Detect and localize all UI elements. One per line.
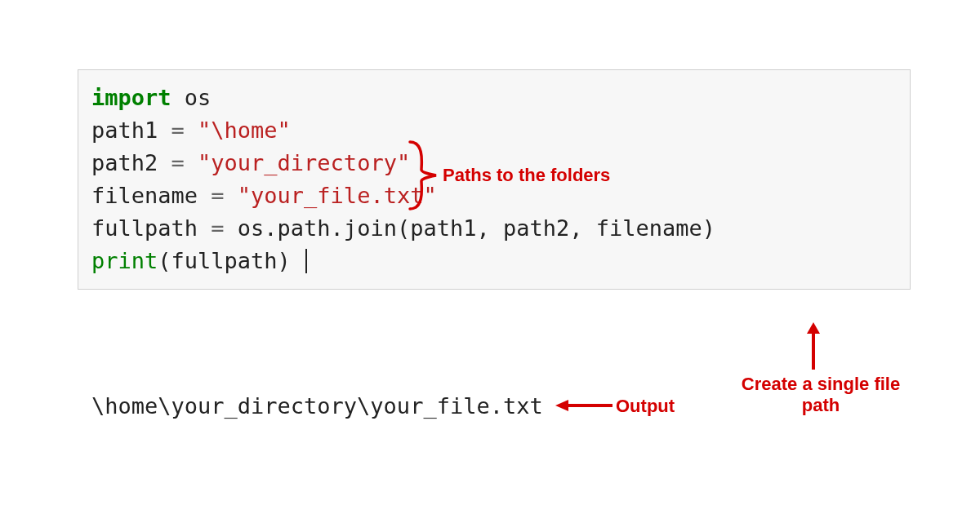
arrow-left-icon <box>555 397 614 414</box>
output-text: \home\your_directory\your_file.txt <box>91 393 543 419</box>
str-yourdir: "your_directory" <box>198 150 410 175</box>
svg-marker-1 <box>807 322 820 334</box>
annotation-create: Create a single file path <box>735 374 906 417</box>
print-args: (fullpath) <box>158 248 291 273</box>
var-filename: filename <box>91 183 211 208</box>
builtin-print: print <box>91 248 158 273</box>
code-line-7: fullpath = os.path.join(path1, path2, fi… <box>91 212 897 245</box>
annotation-paths: Paths to the folders <box>443 165 610 186</box>
code-line-8: print(fullpath) <box>91 245 897 277</box>
text-cursor <box>305 249 307 273</box>
str-filename: "your_file.txt" <box>238 183 437 208</box>
code-line-1: import os <box>91 82 897 114</box>
var-path1: path1 <box>91 117 172 143</box>
op-eq-3: = <box>211 183 238 208</box>
annotation-output: Output <box>616 396 675 417</box>
brace-paths-icon <box>408 140 441 210</box>
var-fullpath: fullpath <box>91 215 211 241</box>
var-path2: path2 <box>91 150 172 175</box>
expr-join: os.path.join(path1, path2, filename) <box>238 215 715 241</box>
op-eq-2: = <box>172 150 198 175</box>
arrow-up-icon <box>804 322 823 371</box>
op-eq-4: = <box>211 215 238 241</box>
keyword-import: import <box>91 85 172 110</box>
op-eq-1: = <box>172 117 198 143</box>
svg-marker-3 <box>555 400 568 411</box>
module-os: os <box>172 85 212 110</box>
code-line-3: path1 = "\home" <box>91 114 897 147</box>
str-home: "\home" <box>198 117 291 143</box>
